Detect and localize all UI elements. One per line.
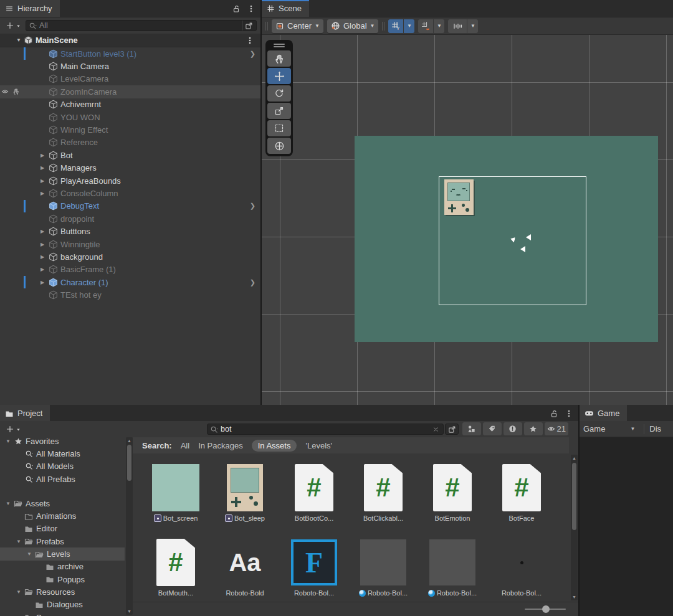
bot-character-sprite[interactable] xyxy=(444,179,474,215)
transform-tool-button[interactable] xyxy=(267,138,291,154)
sidebar-item-dialogues[interactable]: Dialogues xyxy=(0,599,125,611)
hierarchy-item-playareabounds[interactable]: ▶PlayAreaBounds xyxy=(0,174,260,187)
asset-bot-sleep[interactable]: Bot_sleep xyxy=(221,463,269,523)
hierarchy-item-bot[interactable]: ▶Bot xyxy=(0,149,260,161)
sidebar-item-resources[interactable]: ▼Resources xyxy=(0,585,125,598)
scope-in-packages[interactable]: In Packages xyxy=(198,441,243,450)
expand-arrow-icon[interactable]: ▼ xyxy=(14,539,23,544)
asset-botbootco-[interactable]: # BotBootCo... xyxy=(290,463,338,523)
hierarchy-item-managers[interactable]: ▶Managers xyxy=(0,162,260,174)
white-sprite[interactable] xyxy=(520,246,525,252)
sidebar-item-all-materials[interactable]: All Materials xyxy=(0,447,125,460)
asset-botface[interactable]: # BotFace xyxy=(497,463,546,523)
hierarchy-item-winningtile[interactable]: ▶Winningtile xyxy=(0,238,260,250)
prefab-chevron-icon[interactable]: ❯ xyxy=(250,278,255,287)
expand-arrow-icon[interactable]: ▼ xyxy=(4,501,12,506)
sidebar-item-levels[interactable]: ▼Levels xyxy=(0,547,125,560)
project-search-input[interactable]: bot xyxy=(207,424,444,435)
expand-arrow-icon[interactable]: ▶ xyxy=(37,153,47,158)
asset-botmouth-[interactable]: # BotMouth... xyxy=(151,538,200,598)
asset-botemotion[interactable]: # BotEmotion xyxy=(428,463,477,523)
expand-arrow-icon[interactable]: ▶ xyxy=(37,267,47,272)
hierarchy-item-main-camera[interactable]: Main Camera xyxy=(0,60,260,72)
prefab-chevron-icon[interactable]: ❯ xyxy=(250,202,255,210)
palette-drag-handle[interactable] xyxy=(267,42,291,49)
expand-arrow-icon[interactable]: ▶ xyxy=(37,178,47,184)
hierarchy-add-button[interactable] xyxy=(4,20,23,31)
sidebar-item-all-models[interactable]: All Models xyxy=(0,460,125,473)
expand-arrow-icon[interactable]: ▶ xyxy=(37,165,47,171)
tab-hierarchy[interactable]: Hierarchy xyxy=(0,0,60,17)
game-display-dropdown[interactable]: Game xyxy=(583,424,605,434)
asset-roboto-bol-[interactable]: Roboto-Bol... xyxy=(497,538,546,598)
scroll-down-icon[interactable]: ▼ xyxy=(571,594,578,600)
hierarchy-item-basicframe-1-[interactable]: ▶BasicFrame (1) xyxy=(0,263,260,276)
asset-roboto-bol-[interactable]: F Roboto-Bol... xyxy=(290,538,338,598)
project-add-button[interactable] xyxy=(4,424,23,435)
sidebar-item-favorites[interactable]: ▼Favorites xyxy=(0,435,125,447)
grid-snapping-dropdown[interactable]: ▼ xyxy=(404,19,414,33)
hierarchy-item-startbutton-level3-1-[interactable]: StartButton level3 (1)❯ xyxy=(0,47,260,60)
kebab-menu-icon[interactable] xyxy=(247,4,255,13)
toolbar-grip[interactable] xyxy=(265,22,268,31)
prefab-chevron-icon[interactable]: ❯ xyxy=(250,50,255,58)
scene-kebab-icon[interactable] xyxy=(246,36,254,45)
hierarchy-item-reference[interactable]: Reference xyxy=(0,136,260,149)
hierarchy-item-droppoint[interactable]: droppoint xyxy=(0,212,260,225)
filter-by-label-button[interactable] xyxy=(483,422,502,435)
collapse-arrow-icon[interactable]: ▼ xyxy=(16,37,21,43)
asset-roboto-bold[interactable]: Aa Roboto-Bold xyxy=(221,538,269,598)
grid-snapping-toggle[interactable]: Y xyxy=(388,19,403,33)
snap-dropdown[interactable]: ▼ xyxy=(434,19,444,33)
hierarchy-item-zoomincamera[interactable]: ZoomInCamera xyxy=(0,85,260,98)
hierarchy-item-character-1-[interactable]: ▶Character (1)❯ xyxy=(0,276,260,288)
rect-tool-button[interactable] xyxy=(267,120,291,136)
expand-arrow-icon[interactable]: ▶ xyxy=(37,191,47,196)
slider-knob[interactable] xyxy=(542,605,550,613)
clear-search-icon[interactable] xyxy=(432,426,439,433)
sidebar-item-archive[interactable]: archive xyxy=(0,561,125,573)
increment-snap-dropdown[interactable]: ▼ xyxy=(467,19,478,33)
pickability-hand-icon[interactable] xyxy=(12,88,20,95)
hierarchy-item-you-won[interactable]: YOU WON xyxy=(0,111,260,123)
asset-botclickabl-[interactable]: # BotClickabl... xyxy=(359,463,408,523)
scene-viewport[interactable] xyxy=(262,35,673,405)
game-display2-dropdown[interactable]: Dis xyxy=(649,424,661,434)
pick-asset-icon[interactable] xyxy=(445,424,459,435)
hierarchy-item-levelcamera[interactable]: LevelCamera xyxy=(0,73,260,85)
toolbar-grip[interactable] xyxy=(382,22,384,31)
move-tool-button[interactable] xyxy=(267,68,291,84)
sidebar-item-popups[interactable]: Popups xyxy=(0,573,125,585)
filter-by-type-button[interactable] xyxy=(462,422,481,435)
hierarchy-item-achivemrnt[interactable]: Achivemrnt xyxy=(0,98,260,111)
scroll-up-icon[interactable]: ▲ xyxy=(571,455,578,462)
expand-arrow-icon[interactable]: ▼ xyxy=(25,551,34,557)
sidebar-scrollbar[interactable]: ▲ ▼ xyxy=(126,437,133,615)
hand-tool-button[interactable] xyxy=(267,50,291,67)
expand-arrow-icon[interactable]: ▶ xyxy=(37,229,47,234)
sidebar-item-animations[interactable]: Animations xyxy=(0,509,125,522)
kebab-menu-icon[interactable] xyxy=(565,409,573,418)
expand-arrow-icon[interactable]: ▼ xyxy=(4,438,12,444)
thumbnail-size-slider[interactable] xyxy=(525,609,566,610)
sidebar-item-assets[interactable]: ▼Assets xyxy=(0,497,125,509)
grid-scrollbar[interactable]: ▲ ▼ xyxy=(571,455,578,600)
snap-toggle[interactable] xyxy=(418,19,433,33)
hierarchy-item-test-hot-ey[interactable]: TEst hot ey xyxy=(0,288,260,301)
tab-game[interactable]: Game xyxy=(580,405,627,422)
visibility-eye-icon[interactable] xyxy=(1,88,9,95)
hierarchy-search-input[interactable]: All xyxy=(26,20,257,31)
expand-arrow-icon[interactable]: ▼ xyxy=(14,589,23,595)
tab-scene[interactable]: Scene xyxy=(262,0,309,17)
expand-arrow-icon[interactable]: ▶ xyxy=(37,242,47,247)
scene-root-row[interactable]: ▼ MainScene xyxy=(0,34,260,47)
hierarchy-item-debugtext[interactable]: DebugText❯ xyxy=(0,200,260,212)
asset-roboto-bol-[interactable]: Roboto-Bol... xyxy=(359,538,408,598)
hierarchy-item-consolecolumn[interactable]: ▶ConsoleColumn xyxy=(0,187,260,199)
expand-arrow-icon[interactable]: ▶ xyxy=(37,254,47,260)
asset-bot-screen[interactable]: Bot_screen xyxy=(151,463,200,523)
sidebar-item-prefabs[interactable]: ▼Prefabs xyxy=(0,535,125,547)
sidebar-item-editor[interactable]: Editor xyxy=(0,523,125,535)
favorites-star-button[interactable] xyxy=(524,422,543,435)
pick-object-icon[interactable] xyxy=(245,22,253,30)
